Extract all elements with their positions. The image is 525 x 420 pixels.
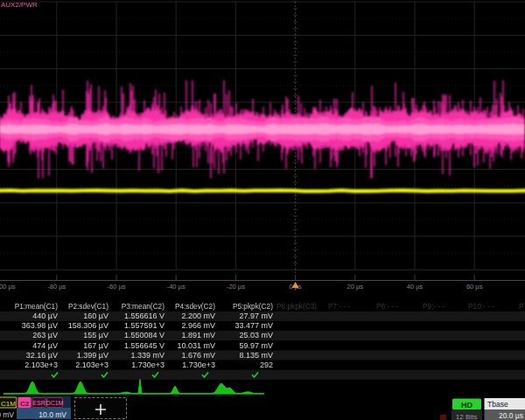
- svg-text:2.966 mV: 2.966 mV: [181, 321, 215, 330]
- svg-text:160 µV: 160 µV: [83, 312, 108, 320]
- svg-text:P4:sdev(C2): P4:sdev(C2): [175, 302, 215, 311]
- svg-text:P7:- - -: P7:- - -: [328, 302, 351, 311]
- svg-text:2.200 mV: 2.200 mV: [181, 312, 215, 320]
- svg-text:DC1M: DC1M: [46, 400, 64, 406]
- svg-text:1.339 mV: 1.339 mV: [130, 351, 164, 360]
- svg-text:1.891 mV: 1.891 mV: [181, 331, 215, 340]
- svg-text:P2:sdev(C1): P2:sdev(C1): [68, 302, 108, 311]
- svg-text:167 µV: 167 µV: [83, 341, 108, 350]
- svg-text:32.16 µV: 32.16 µV: [26, 351, 58, 360]
- svg-text:P3:mean(C2): P3:mean(C2): [122, 302, 165, 311]
- svg-text:2.103e+3: 2.103e+3: [75, 360, 108, 369]
- svg-text:1.730e+3: 1.730e+3: [131, 360, 164, 369]
- svg-text:158.306 µV: 158.306 µV: [68, 321, 108, 330]
- svg-text:60 µs: 60 µs: [466, 283, 483, 290]
- svg-text:1.550084 V: 1.550084 V: [124, 331, 164, 340]
- svg-text:155 µV: 155 µV: [83, 331, 108, 340]
- svg-text:27.97 mV: 27.97 mV: [239, 312, 273, 320]
- svg-text:10.031 mV: 10.031 mV: [177, 341, 215, 350]
- svg-text:ESR: ESR: [32, 400, 45, 406]
- svg-text:1.399 µV: 1.399 µV: [77, 351, 108, 360]
- svg-text:1.556645 V: 1.556645 V: [124, 341, 164, 350]
- svg-text:50.0 mV: 50.0 mV: [0, 410, 14, 419]
- svg-text:363.98 µV: 363.98 µV: [22, 321, 58, 330]
- svg-text:Tbase: Tbase: [487, 400, 508, 409]
- svg-text:C2: C2: [20, 400, 30, 408]
- svg-text:-80 µs: -80 µs: [47, 283, 66, 290]
- svg-text:33.477 mV: 33.477 mV: [234, 321, 273, 330]
- svg-text:1.730e+3: 1.730e+3: [182, 360, 215, 369]
- svg-text:-40 µs: -40 µs: [167, 283, 186, 290]
- svg-text:2.103e+3: 2.103e+3: [24, 360, 58, 369]
- svg-text:-60 µs: -60 µs: [108, 283, 126, 290]
- svg-text:1.556616 V: 1.556616 V: [124, 312, 164, 320]
- svg-text:P9:- - -: P9:- - -: [423, 302, 445, 311]
- svg-text:20 µs: 20 µs: [347, 283, 364, 290]
- svg-text:-20 µs: -20 µs: [227, 283, 245, 290]
- svg-text:HD: HD: [461, 401, 472, 410]
- svg-text:-100 µs: -100 µs: [0, 283, 16, 290]
- svg-text:1.557591 V: 1.557591 V: [124, 321, 164, 330]
- svg-text:P6:pkpk(C3): P6:pkpk(C3): [276, 302, 317, 311]
- svg-text:40 µs: 40 µs: [407, 283, 424, 290]
- svg-text:P10:- - -: P10:- - -: [468, 302, 494, 311]
- svg-text:20.0 µs: 20.0 µs: [499, 411, 523, 420]
- svg-text:12 Bits: 12 Bits: [456, 413, 477, 420]
- svg-text:474 µV: 474 µV: [32, 341, 58, 350]
- svg-text:59.97 mV: 59.97 mV: [239, 341, 273, 350]
- svg-text:P1:mean(C1): P1:mean(C1): [15, 302, 59, 311]
- svg-text:292: 292: [260, 360, 273, 369]
- svg-text:10.0 mV: 10.0 mV: [38, 410, 66, 419]
- svg-text:AUX2/PWR: AUX2/PWR: [1, 1, 38, 9]
- svg-text:P1: P1: [519, 302, 525, 311]
- svg-text:263 µV: 263 µV: [32, 331, 58, 340]
- svg-text:C1M: C1M: [1, 400, 16, 408]
- svg-text:P8:- - -: P8:- - -: [376, 302, 399, 311]
- svg-text:8.135 mV: 8.135 mV: [239, 351, 273, 360]
- svg-text:P5:pkpk(C2): P5:pkpk(C2): [233, 302, 273, 311]
- svg-text:1.676 mV: 1.676 mV: [181, 351, 215, 360]
- svg-text:25.03 mV: 25.03 mV: [239, 331, 273, 340]
- svg-text:440 µV: 440 µV: [32, 312, 58, 320]
